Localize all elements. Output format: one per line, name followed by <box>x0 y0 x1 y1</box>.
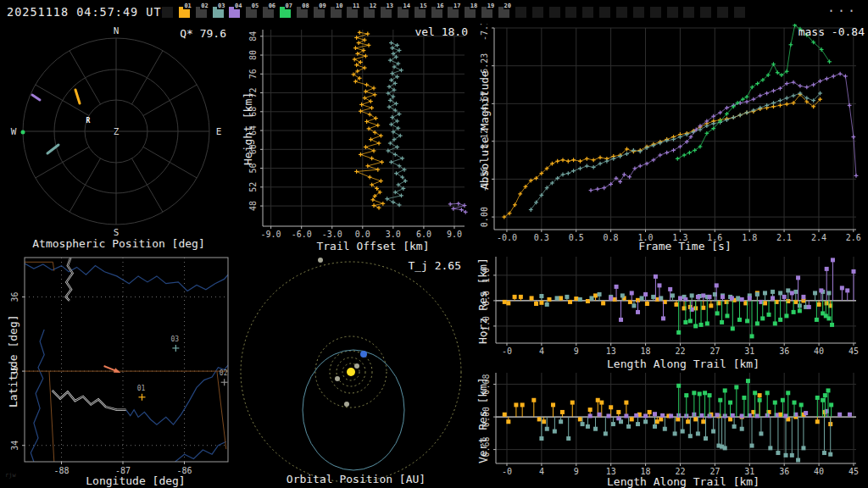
panel-light-curve: -0.00.30.50.81.01.31.61.82.12.42.60.00-1… <box>475 24 868 252</box>
station-id-label: 07 <box>285 3 293 9</box>
station-toggle-20[interactable]: 20 <box>498 7 509 18</box>
map-grid <box>25 258 228 462</box>
trail-offset-plot: -9.0-6.0-3.00.03.06.09.04852566064687276… <box>237 24 475 252</box>
atmospheric-trails <box>21 90 81 153</box>
station-blank-square <box>700 7 711 18</box>
svg-text:03: 03 <box>171 336 180 343</box>
station-id-label: 10 <box>335 3 343 9</box>
vert_res-axes: -04913182227313640450.680.00-0.68 <box>481 373 859 476</box>
station-toggle-08[interactable]: 08 <box>297 7 308 18</box>
trail_offset-axes: -9.0-6.0-3.00.03.06.09.04852566064687276… <box>248 30 465 239</box>
svg-text:76: 76 <box>248 69 258 79</box>
station-toggle-06[interactable]: 06 <box>263 7 274 18</box>
svg-text:0.0: 0.0 <box>355 230 370 239</box>
svg-text:-0: -0 <box>502 347 512 356</box>
mass-value: mass -0.84 <box>798 25 865 38</box>
svg-text:80: 80 <box>248 50 258 60</box>
station-id-label: 17 <box>453 3 461 9</box>
station-toggle-05[interactable]: 05 <box>246 7 257 18</box>
svg-text:0.00: 0.00 <box>480 207 489 227</box>
station-id-label: 14 <box>402 3 410 9</box>
vert-res-xlabel: Length Along Trail [km] <box>475 475 868 488</box>
station-toggle-15[interactable]: 15 <box>415 7 426 18</box>
station-toggle-17[interactable]: 17 <box>448 7 459 18</box>
svg-text:36: 36 <box>10 291 19 302</box>
station-id-label: 02 <box>200 3 209 9</box>
station-toggle-07[interactable]: 07 <box>280 7 291 18</box>
station-toggle-04[interactable]: 04 <box>229 7 240 18</box>
ground-map-plot: 010203-88-87-86343536 <box>0 252 237 488</box>
station-blank-square <box>515 7 526 18</box>
svg-text:02: 02 <box>220 369 228 377</box>
station-blank-square <box>616 7 627 18</box>
svg-text:4: 4 <box>539 347 544 356</box>
dot-station-07 <box>21 130 25 135</box>
trail_offset-series-01 <box>352 30 386 210</box>
station-blank-square <box>650 7 661 18</box>
station-blank-square <box>549 7 560 18</box>
meteoroid-orbit <box>303 350 404 470</box>
svg-text:N: N <box>114 25 120 36</box>
magnitude-series-03 <box>529 92 822 212</box>
meteor-ground-track <box>104 366 121 373</box>
svg-text:22: 22 <box>675 347 685 356</box>
station-blank-square <box>667 7 678 18</box>
longitude-xlabel: Longitude [deg] <box>0 474 237 487</box>
trail-station-01 <box>75 90 80 103</box>
trail_offset-grid <box>263 30 465 226</box>
svg-text:6.0: 6.0 <box>416 230 431 239</box>
map-state-line-meander <box>66 258 73 301</box>
panel-ground-map: 010203-88-87-86343536 Longitude [deg] La… <box>0 252 237 488</box>
map-features: 010203 <box>25 258 228 462</box>
station-toggle-10[interactable]: 10 <box>331 7 342 18</box>
station-toggle-11[interactable]: 11 <box>347 7 358 18</box>
radiant-marker: R <box>86 117 91 125</box>
orbital-caption: Orbital Position [AU] <box>237 473 475 485</box>
station-blank-square <box>717 7 728 18</box>
svg-text:W: W <box>11 126 17 137</box>
svg-text:3.0: 3.0 <box>386 230 401 239</box>
planet-mercury <box>354 363 359 369</box>
map-axes: -88-87-86343536 <box>10 258 228 475</box>
svg-text:84: 84 <box>248 31 258 42</box>
atmospheric-caption: Atmospheric Position [deg] <box>0 237 237 250</box>
map-state-line-river <box>53 391 126 410</box>
latitude-ylabel: Latitude [deg] <box>7 314 19 408</box>
magnitude-plot: -0.00.30.50.81.01.31.61.82.12.42.60.00-1… <box>475 24 868 252</box>
height-ylabel: Height [km] <box>242 92 254 165</box>
station-toggle-13[interactable]: 13 <box>381 7 392 18</box>
station-id-label: 09 <box>318 3 326 9</box>
svg-text:-7.79: -7.79 <box>480 24 489 41</box>
station-toggle-03[interactable]: 03 <box>213 7 224 18</box>
station-blank-square <box>582 7 593 18</box>
svg-text:18: 18 <box>641 347 651 356</box>
svg-text:27: 27 <box>709 347 720 356</box>
station-toggle-01[interactable]: 01 <box>179 7 190 18</box>
station-id-label: 06 <box>268 3 276 9</box>
station-id-label: 03 <box>217 3 225 9</box>
station-toggle-12[interactable]: 12 <box>364 7 375 18</box>
station-toggle-14[interactable]: 14 <box>398 7 409 18</box>
station-toggle-16[interactable]: 16 <box>431 7 442 18</box>
tisserand-value: T_j 2.65 <box>408 259 461 272</box>
map-border-west <box>49 371 54 462</box>
station-id-label: 15 <box>419 3 427 9</box>
station-toggle-18[interactable]: 18 <box>465 7 476 18</box>
planet-mars <box>344 402 349 407</box>
overflow-menu-button[interactable]: ... <box>827 0 858 15</box>
station-toggle-02[interactable]: 02 <box>196 7 207 18</box>
svg-text:13: 13 <box>606 347 616 356</box>
magnitude-grid <box>494 28 856 230</box>
station-id-label: 13 <box>386 3 394 9</box>
orbit-plot <box>237 252 475 488</box>
station-toggle-09[interactable]: 09 <box>314 7 325 18</box>
station-blank-square <box>683 7 694 18</box>
station-blank-square <box>162 7 173 18</box>
svg-text:Z: Z <box>114 126 120 137</box>
station-toggle-19[interactable]: 19 <box>481 7 492 18</box>
svg-text:9: 9 <box>574 347 579 356</box>
horz_res-axes: -04913182227313640451.0-0.0-1.0 <box>481 257 859 356</box>
panel-trail-offset: -9.0-6.0-3.00.03.06.09.04852566064687276… <box>237 24 475 252</box>
station-id-label: 12 <box>369 3 377 9</box>
panel-orbit: T_j 2.65 Orbital Position [AU] <box>237 252 475 488</box>
